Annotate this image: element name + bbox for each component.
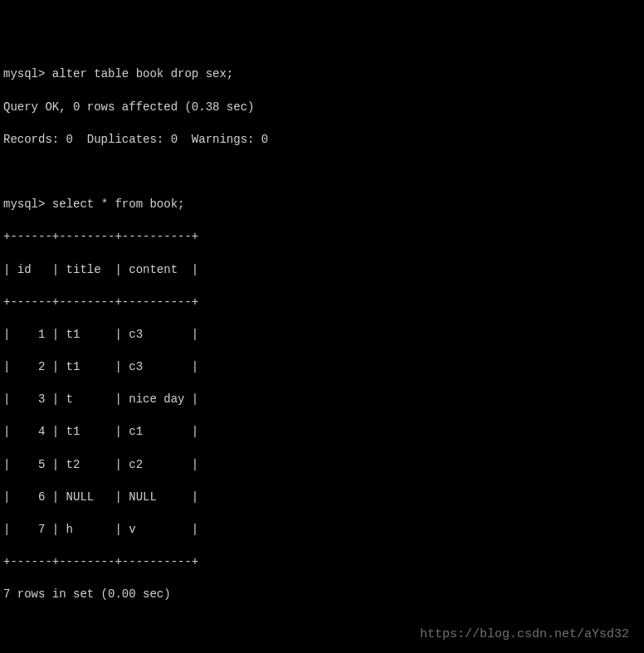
table-row: | 5 | t2 | c2 | (3, 457, 641, 474)
sql-command: alter table book drop sex; (52, 67, 233, 80)
table-header: | id | title | content | (3, 262, 641, 279)
table-row: | 1 | t1 | c3 | (3, 327, 641, 344)
prompt-line-2[interactable]: mysql> select * from book; (3, 197, 641, 213)
prompt-line-1[interactable]: mysql> alter table book drop sex; (3, 66, 641, 83)
rows-in-set: 7 rows in set (0.00 sec) (3, 587, 641, 603)
mysql-prompt: mysql> (3, 67, 45, 80)
table-row: | 7 | h | v | (3, 522, 641, 538)
table-border: +------+--------+----------+ (3, 229, 641, 246)
table-row: | 4 | t1 | c1 | (3, 424, 641, 441)
table-row: | 6 | NULL | NULL | (3, 490, 641, 506)
query-result-line: Query OK, 0 rows affected (0.38 sec) (3, 100, 641, 116)
table-row: | 2 | t1 | c3 | (3, 359, 641, 376)
mysql-prompt: mysql> (3, 197, 45, 211)
blank-line (3, 164, 641, 181)
table-row: | 3 | t | nice day | (3, 392, 641, 408)
sql-command: select * from book; (52, 197, 185, 211)
table-border: +------+--------+----------+ (3, 295, 641, 311)
table-border: +------+--------+----------+ (3, 554, 641, 571)
watermark-text: https://blog.csdn.net/aYsd32 (420, 626, 629, 643)
query-result-line: Records: 0 Duplicates: 0 Warnings: 0 (3, 132, 641, 149)
